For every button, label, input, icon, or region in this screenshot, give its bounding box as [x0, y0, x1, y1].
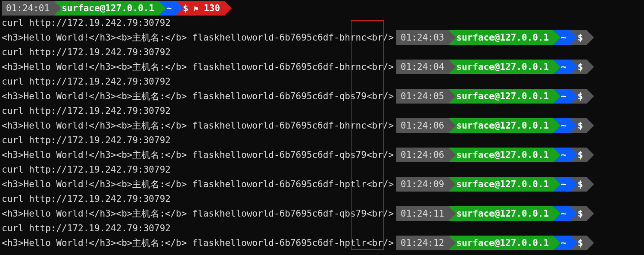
command-line: curl http://172.19.242.79:30792	[2, 162, 644, 177]
prompt-host: surface@127.0.0.1	[448, 30, 553, 45]
response-line: <h3>Hello World!</h3><b>主机名:</b> flaskhe…	[2, 118, 644, 133]
error-code: 130	[204, 3, 220, 13]
command-line: curl http://172.19.242.79:30792	[2, 133, 644, 148]
response-br: <br/>	[367, 62, 394, 72]
response-line: <h3>Hello World!</h3><b>主机名:</b> flaskhe…	[2, 60, 644, 74]
response-br: <br/>	[367, 208, 394, 219]
command-line: curl http://172.19.242.79:30792	[2, 74, 644, 89]
command-line: curl http://172.19.242.79:30792	[2, 45, 644, 60]
pod-suffix: bhrnc	[339, 62, 367, 72]
prompt-time: 01:24:01	[2, 1, 54, 16]
pod-suffix: qbs79	[339, 208, 367, 219]
flag-icon: ⚑	[194, 4, 198, 13]
response-br: <br/>	[367, 120, 394, 131]
pod-suffix: bhrnc	[339, 120, 367, 131]
response-line: <h3>Hello World!</h3><b>主机名:</b> flaskhe…	[2, 177, 644, 192]
prompt-time: 01:24:06	[396, 118, 448, 133]
response-prefix: <h3>Hello World!</h3><b>主机名:</b> flaskhe…	[2, 91, 339, 101]
prompt-host: surface@127.0.0.1	[448, 177, 553, 192]
prompt-time: 01:24:11	[396, 206, 448, 221]
terminal[interactable]: 01:24:01surface@127.0.0.1~$ ⚑ 130 curl h…	[0, 0, 644, 250]
response-line: <h3>Hello World!</h3><b>主机名:</b> flaskhe…	[2, 236, 644, 250]
response-prefix: <h3>Hello World!</h3><b>主机名:</b> flaskhe…	[2, 150, 339, 160]
pod-suffix: hptlr	[339, 179, 367, 189]
response-line: <h3>Hello World!</h3><b>主机名:</b> flaskhe…	[2, 206, 644, 221]
prompt-host: surface@127.0.0.1	[448, 89, 553, 104]
dollar-sign: $	[183, 3, 189, 13]
pod-suffix: qbs79	[339, 150, 367, 160]
prompt-time: 01:24:05	[396, 89, 448, 104]
response-line: <h3>Hello World!</h3><b>主机名:</b> flaskhe…	[2, 89, 644, 104]
response-prefix: <h3>Hello World!</h3><b>主机名:</b> flaskhe…	[2, 179, 339, 189]
pod-suffix: hptlr	[339, 238, 367, 248]
command-line: curl http://172.19.242.79:30792	[2, 221, 644, 236]
response-prefix: <h3>Hello World!</h3><b>主机名:</b> flaskhe…	[2, 62, 339, 72]
prompt-time: 01:24:09	[396, 177, 448, 192]
prompt-host: surface@127.0.0.1	[448, 118, 553, 133]
response-prefix: <h3>Hello World!</h3><b>主机名:</b> flaskhe…	[2, 208, 339, 219]
response-prefix: <h3>Hello World!</h3><b>主机名:</b> flaskhe…	[2, 238, 339, 248]
response-br: <br/>	[367, 32, 394, 43]
command-line: curl http://172.19.242.79:30792	[2, 104, 644, 118]
response-line: <h3>Hello World!</h3><b>主机名:</b> flaskhe…	[2, 148, 644, 162]
response-br: <br/>	[367, 91, 394, 101]
prompt-host: surface@127.0.0.1	[448, 206, 553, 221]
prompt-time: 01:24:12	[396, 236, 448, 250]
pod-suffix: bhrnc	[339, 32, 367, 43]
response-br: <br/>	[367, 238, 394, 248]
command-line: curl http://172.19.242.79:30792	[2, 192, 644, 206]
pod-suffix: qbs79	[339, 91, 367, 101]
response-line: <h3>Hello World!</h3><b>主机名:</b> flaskhe…	[2, 30, 644, 45]
response-br: <br/>	[367, 179, 394, 189]
prompt-time: 01:24:04	[396, 60, 448, 74]
prompt-host: surface@127.0.0.1	[448, 148, 553, 162]
command-line: curl http://172.19.242.79:30792	[2, 16, 644, 30]
prompt-host: surface@127.0.0.1	[448, 60, 553, 74]
prompt-host: surface@127.0.0.1	[54, 1, 159, 16]
response-br: <br/>	[367, 150, 394, 160]
prompt-time: 01:24:03	[396, 30, 448, 45]
prompt-time: 01:24:06	[396, 148, 448, 162]
prompt-host: surface@127.0.0.1	[448, 236, 553, 250]
response-prefix: <h3>Hello World!</h3><b>主机名:</b> flaskhe…	[2, 120, 339, 131]
response-prefix: <h3>Hello World!</h3><b>主机名:</b> flaskhe…	[2, 32, 339, 43]
prompt-row-top: 01:24:01surface@127.0.0.1~$ ⚑ 130	[2, 1, 644, 16]
prompt-error: $ ⚑ 130	[175, 1, 224, 16]
